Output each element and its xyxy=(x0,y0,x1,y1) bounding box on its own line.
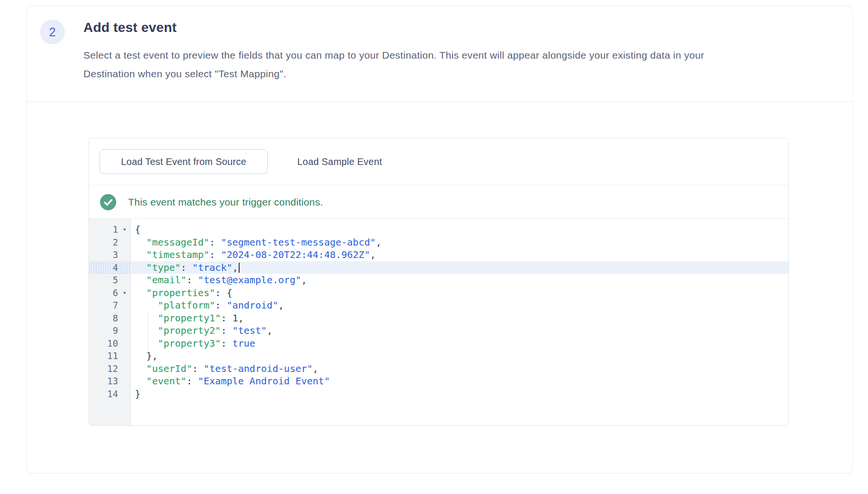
code-line: 5 "email": "test@example.org", xyxy=(89,274,788,287)
description-line-1: Select a test event to preview the field… xyxy=(83,50,704,61)
code-line: 12 "userId": "test-android-user", xyxy=(89,362,788,375)
code-text: }, xyxy=(131,350,158,361)
line-number: 4 xyxy=(89,262,118,273)
code-line: 10 "property3": true xyxy=(89,337,788,350)
line-number: 2 xyxy=(89,237,118,247)
line-number: 5 xyxy=(89,275,118,285)
gutter-cell: 4 xyxy=(89,261,131,274)
event-source-toolbar: Load Test Event from Source Load Sample … xyxy=(89,138,788,185)
gutter-cell: 1▾ xyxy=(89,223,131,236)
step-number: 2 xyxy=(49,25,56,39)
fold-arrow-icon[interactable]: ▾ xyxy=(118,226,131,232)
gutter-cell: 3 xyxy=(89,248,131,261)
code-line: 11 }, xyxy=(89,350,788,362)
add-test-event-card: 2 Add test event Select a test event to … xyxy=(26,6,853,473)
code-text: "platform": "android", xyxy=(131,299,284,311)
code-line: 2 "messageId": "segment-test-message-abc… xyxy=(89,236,788,249)
json-editor[interactable]: 1▾{2 "messageId": "segment-test-message-… xyxy=(89,219,788,425)
line-number: 6 xyxy=(89,288,118,298)
code-text: "type": "track", xyxy=(131,262,240,273)
code-text: { xyxy=(131,224,141,235)
fold-arrow-icon[interactable]: ▾ xyxy=(118,290,131,296)
line-number: 1 xyxy=(89,224,118,235)
success-check-icon xyxy=(100,194,116,210)
code-text: "property3": true xyxy=(131,338,255,349)
code-text: "properties": { xyxy=(131,287,232,298)
step-number-badge: 2 xyxy=(40,20,65,44)
gutter-cell: 11 xyxy=(89,350,131,362)
code-line: 9 "property2": "test", xyxy=(89,324,788,337)
code-line: 1▾{ xyxy=(89,223,788,236)
card-body: Load Test Event from Source Load Sample … xyxy=(27,138,852,426)
code-line: 14} xyxy=(89,388,788,401)
page-title: Add test event xyxy=(83,21,704,35)
test-event-panel: Load Test Event from Source Load Sample … xyxy=(89,138,789,426)
gutter-cell: 2 xyxy=(89,236,131,249)
load-test-event-button[interactable]: Load Test Event from Source xyxy=(100,149,268,174)
card-header: 2 Add test event Select a test event to … xyxy=(27,6,852,102)
trigger-match-message: This event matches your trigger conditio… xyxy=(128,196,323,208)
gutter-cell: 12 xyxy=(89,362,131,375)
code-text: "property2": "test", xyxy=(131,325,273,336)
code-text: "email": "test@example.org", xyxy=(131,274,307,286)
gutter-cell: 7 xyxy=(89,299,131,312)
code-line: 4 "type": "track", xyxy=(89,261,788,274)
line-number: 11 xyxy=(89,350,118,361)
line-number: 13 xyxy=(89,376,118,386)
text-cursor xyxy=(239,263,240,273)
code-text: "timestamp": "2024-08-20T22:44:48.962Z", xyxy=(131,249,376,260)
line-number: 3 xyxy=(89,249,118,260)
line-number: 7 xyxy=(89,300,118,310)
code-lines: 1▾{2 "messageId": "segment-test-message-… xyxy=(89,219,788,400)
code-line: 3 "timestamp": "2024-08-20T22:44:48.962Z… xyxy=(89,248,788,261)
gutter-cell: 6▾ xyxy=(89,287,131,299)
line-number: 14 xyxy=(89,389,118,399)
gutter-cell: 5 xyxy=(89,274,131,287)
gutter-cell: 10 xyxy=(89,337,131,350)
code-text: "userId": "test-android-user", xyxy=(131,363,318,374)
code-text: "event": "Example Android Event" xyxy=(131,375,330,387)
description-line-2: Destination when you select "Test Mappin… xyxy=(83,68,286,79)
line-number: 10 xyxy=(89,338,118,349)
gutter-cell: 8 xyxy=(89,312,131,325)
header-text: Add test event Select a test event to pr… xyxy=(83,20,704,102)
code-line: 7 "platform": "android", xyxy=(89,299,788,312)
line-number: 12 xyxy=(89,363,118,374)
line-number: 9 xyxy=(89,325,118,336)
load-sample-event-button[interactable]: Load Sample Event xyxy=(297,156,382,167)
code-line: 13 "event": "Example Android Event" xyxy=(89,375,788,388)
gutter-cell: 13 xyxy=(89,375,131,388)
indent-guide xyxy=(148,311,148,350)
page-description: Select a test event to preview the field… xyxy=(83,46,704,83)
line-number: 8 xyxy=(89,313,118,323)
gutter-cell: 14 xyxy=(89,388,131,401)
code-line: 8 "property1": 1, xyxy=(89,312,788,325)
code-text: } xyxy=(131,388,141,400)
code-line: 6▾ "properties": { xyxy=(89,287,788,299)
code-text: "messageId": "segment-test-message-abcd"… xyxy=(131,237,382,248)
gutter-cell: 9 xyxy=(89,324,131,337)
trigger-match-row: This event matches your trigger conditio… xyxy=(89,185,788,219)
